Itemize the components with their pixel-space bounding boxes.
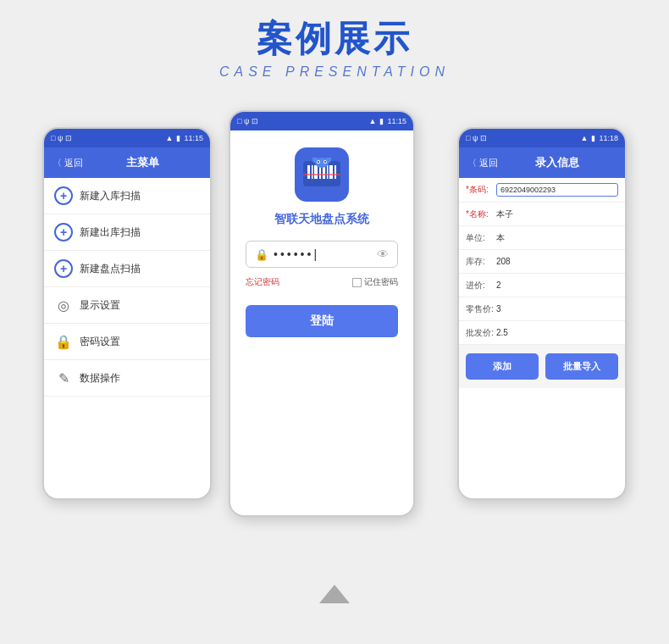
password-input-wrapper[interactable]: 🔒 ••••••| 👁 [246, 241, 398, 268]
battery-icon-c: ▮ [379, 117, 384, 125]
batch-import-button[interactable]: 批量导入 [545, 353, 618, 380]
sub-title: CASE PRESENTATION [219, 64, 450, 80]
svg-rect-2 [312, 165, 313, 179]
nav-bar-right: 〈 返回 录入信息 [459, 147, 625, 178]
form-body: *条码: 6922049002293 *名称: 本子 单位: 本 库存: 208… [459, 178, 625, 388]
nav-title-left: 主菜单 [83, 155, 202, 170]
status-right-left: □ ψ ⊡ [466, 134, 487, 142]
list-item[interactable]: + 新建盘点扫描 [44, 251, 210, 287]
wifi-icon: ▲ [166, 134, 174, 142]
back-button-right[interactable]: 〈 返回 [467, 157, 498, 169]
purchase-value[interactable]: 2 [496, 280, 618, 290]
form-row-name: *名称: 本子 [459, 203, 625, 226]
phones-section: □ ψ ⊡ ▲ ▮ 11:15 〈 返回 主菜单 + 新建入库扫描 + [0, 102, 669, 576]
app-name: 智联天地盘点系统 [274, 212, 369, 227]
remember-password-row: 记住密码 [352, 276, 398, 288]
svg-rect-3 [314, 165, 318, 179]
form-row-stock: 库存: 208 [459, 250, 625, 274]
list-item[interactable]: 🔒 密码设置 [44, 324, 210, 360]
battery-icon-r: ▮ [591, 134, 595, 142]
wifi-icon-r: ▲ [581, 134, 589, 142]
scroll-up-arrow[interactable] [319, 585, 350, 603]
menu-label-4: 显示设置 [80, 298, 120, 313]
menu-label-3: 新建盘点扫描 [80, 262, 141, 276]
barcode-input[interactable]: 6922049002293 [496, 183, 618, 197]
status-time-right: ▲ ▮ 11:18 [581, 134, 618, 142]
form-label-barcode: *条码: [466, 184, 496, 196]
form-buttons: 添加 批量导入 [459, 345, 625, 388]
form-label-stock: 库存: [466, 256, 496, 268]
stock-value[interactable]: 208 [496, 257, 618, 266]
form-row-unit: 单位: 本 [459, 226, 625, 250]
menu-label-5: 密码设置 [80, 335, 120, 349]
svg-rect-7 [329, 165, 333, 179]
list-item[interactable]: ◎ 显示设置 [44, 287, 210, 324]
form-row-barcode: *条码: 6922049002293 [459, 178, 625, 203]
status-bar-right: □ ψ ⊡ ▲ ▮ 11:18 [459, 129, 625, 147]
name-value[interactable]: 本子 [496, 208, 618, 220]
status-time-center: ▲ ▮ 11:15 [369, 117, 406, 125]
password-dots: ••••••| [274, 247, 377, 261]
phone-right: □ ψ ⊡ ▲ ▮ 11:18 〈 返回 录入信息 *条码: 692204900… [457, 127, 627, 500]
time-right: 11:18 [599, 134, 618, 142]
bottom-arrow-section [319, 585, 350, 603]
menu-label-2: 新建出库扫描 [80, 225, 141, 240]
login-body: 智联天地盘点系统 🔒 ••••••| 👁 忘记密码 记住密码 登陆 [230, 130, 413, 354]
back-button-left[interactable]: 〈 返回 [53, 157, 83, 169]
remember-label: 记住密码 [364, 276, 398, 288]
nav-bar-left: 〈 返回 主菜单 [44, 147, 210, 178]
nav-title-right: 录入信息 [498, 155, 616, 170]
list-item[interactable]: ✎ 数据操作 [44, 360, 210, 397]
edit-icon: ✎ [54, 369, 73, 387]
svg-rect-6 [327, 165, 329, 179]
status-bar-center: □ ψ ⊡ ▲ ▮ 11:15 [230, 112, 413, 130]
svg-rect-1 [307, 165, 310, 179]
phone-left: □ ψ ⊡ ▲ ▮ 11:15 〈 返回 主菜单 + 新建入库扫描 + [42, 127, 212, 500]
status-time-left: ▲ ▮ 11:15 [166, 134, 203, 142]
retail-value[interactable]: 3 [496, 304, 618, 314]
plus-icon-3: + [54, 259, 73, 278]
form-label-purchase: 进价: [466, 280, 496, 291]
time-left: 11:15 [184, 134, 203, 142]
list-item[interactable]: + 新建入库扫描 [44, 178, 210, 214]
lock-icon-input: 🔒 [255, 248, 268, 261]
page-wrapper: 案例展示 CASE PRESENTATION □ ψ ⊡ ▲ ▮ 11:15 〈… [0, 0, 669, 644]
unit-value[interactable]: 本 [496, 232, 618, 244]
login-button[interactable]: 登陆 [246, 305, 398, 337]
status-center-left: □ ψ ⊡ [237, 117, 258, 125]
form-label-retail: 零售价: [466, 303, 496, 315]
svg-point-13 [324, 161, 326, 163]
time-center: 11:15 [387, 117, 406, 125]
remember-checkbox[interactable] [352, 278, 362, 287]
add-button[interactable]: 添加 [466, 353, 539, 380]
plus-icon-2: + [54, 223, 73, 242]
form-row-purchase: 进价: 2 [459, 274, 625, 297]
list-item[interactable]: + 新建出库扫描 [44, 214, 210, 251]
svg-rect-8 [334, 165, 336, 179]
phone-center: □ ψ ⊡ ▲ ▮ 11:15 [229, 110, 415, 517]
form-row-retail: 零售价: 3 [459, 297, 625, 321]
forgot-password-link[interactable]: 忘记密码 [246, 276, 279, 288]
status-left-icons: □ ψ ⊡ [51, 134, 72, 142]
form-label-wholesale: 批发价: [466, 327, 496, 339]
menu-list: + 新建入库扫描 + 新建出库扫描 + 新建盘点扫描 ◎ 显示设置 🔒 密 [44, 178, 210, 397]
app-icon [295, 147, 349, 202]
header-section: 案例展示 CASE PRESENTATION [219, 0, 450, 86]
form-label-unit: 单位: [466, 232, 496, 244]
lock-icon: 🔒 [54, 332, 73, 351]
eye-icon[interactable]: 👁 [377, 247, 389, 261]
forgot-remember-row: 忘记密码 记住密码 [246, 276, 398, 288]
battery-icon: ▮ [176, 134, 180, 142]
status-bar-left: □ ψ ⊡ ▲ ▮ 11:15 [44, 129, 210, 147]
target-icon: ◎ [54, 296, 73, 314]
main-title: 案例展示 [219, 15, 450, 63]
wifi-icon-c: ▲ [369, 117, 377, 125]
plus-icon-1: + [54, 186, 73, 205]
form-label-name: *名称: [466, 208, 496, 220]
form-row-wholesale: 批发价: 2.5 [459, 321, 625, 345]
wholesale-value[interactable]: 2.5 [496, 328, 618, 337]
svg-point-12 [318, 161, 319, 163]
menu-label-6: 数据操作 [80, 371, 120, 386]
menu-label-1: 新建入库扫描 [80, 189, 141, 203]
